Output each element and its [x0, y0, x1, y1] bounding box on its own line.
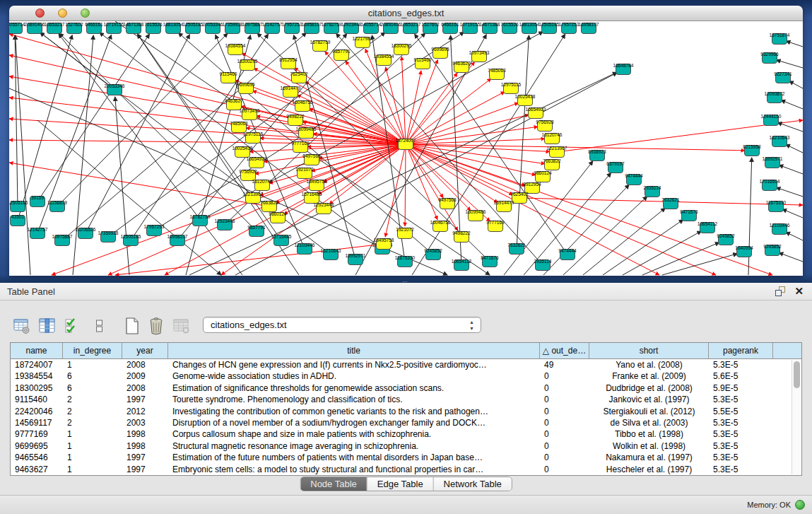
table-cell[interactable]: 0	[540, 464, 589, 475]
table-cell[interactable]: 2	[63, 406, 122, 417]
table-cell[interactable]: 9115460	[11, 394, 63, 405]
network-edge[interactable]	[786, 232, 803, 240]
table-cell[interactable]: Yano et al. (2008)	[589, 359, 709, 370]
network-edge[interactable]	[776, 187, 803, 197]
network-edge[interactable]	[517, 35, 529, 249]
table-cell[interactable]: 19384554	[11, 370, 63, 382]
table-row[interactable]: 911546021997Tourette syndrome. Phenomeno…	[11, 394, 791, 405]
network-edge[interactable]	[777, 122, 803, 132]
table-cell[interactable]: Estimation of the future numbers of pati…	[168, 452, 540, 463]
network-edge[interactable]	[779, 252, 803, 262]
table-row[interactable]: 1830029562008Estimation of significance …	[11, 382, 791, 394]
table-cell[interactable]: 5.3E-5	[709, 359, 773, 370]
table-row[interactable]: 1938455462009Genome-wide association stu…	[11, 370, 791, 382]
table-cell[interactable]: 1	[63, 464, 122, 475]
table-cell[interactable]: Wolkin et al. (1998)	[589, 440, 709, 452]
new-table-icon[interactable]	[122, 315, 143, 337]
column-select-icon[interactable]	[37, 315, 58, 337]
network-window-titlebar[interactable]: citations_edges.txt	[9, 6, 803, 21]
memory-status-icon[interactable]	[795, 500, 805, 510]
network-edge[interactable]	[37, 34, 149, 201]
table-cell[interactable]: Corpus callosum shape and size in male p…	[168, 428, 540, 440]
table-cell[interactable]: 2003	[122, 417, 168, 428]
table-cell[interactable]: 9699695	[11, 440, 63, 452]
table-row[interactable]: 946362711997Embryonic stem cells: a mode…	[11, 464, 791, 475]
close-panel-icon[interactable]: ✕	[794, 285, 804, 298]
column-header-0[interactable]: name	[11, 343, 63, 358]
table-cell[interactable]: Hescheler et al. (1997)	[589, 464, 709, 475]
table-cell[interactable]: 2012	[122, 406, 168, 417]
table-cell[interactable]: Tibbo et al. (1998)	[589, 428, 709, 440]
table-cell[interactable]: 0	[540, 417, 589, 428]
network-edge[interactable]	[15, 35, 18, 206]
table-cell[interactable]: 49	[540, 359, 589, 370]
network-edge[interactable]	[786, 144, 803, 153]
column-header-4[interactable]: △ out_de…	[540, 343, 589, 358]
table-row[interactable]: 1872400712008Changes of HCN gene express…	[11, 359, 791, 370]
network-edge[interactable]	[779, 165, 803, 174]
table-cell[interactable]: 5.3E-5	[709, 464, 773, 475]
table-cell[interactable]: 9465546	[11, 452, 63, 463]
table-cell[interactable]: 2009	[122, 370, 168, 382]
table-row[interactable]: 969969511998Structural magnetic resonanc…	[11, 440, 791, 452]
network-edge[interactable]	[786, 41, 803, 47]
network-edge[interactable]	[40, 33, 114, 90]
table-cell[interactable]: 5.3E-5	[709, 394, 773, 405]
network-edge[interactable]	[259, 144, 406, 196]
network-edge[interactable]	[406, 144, 458, 230]
table-scrollbar-thumb[interactable]	[794, 361, 800, 388]
table-cell[interactable]: 0	[540, 428, 589, 440]
table-row[interactable]: 1456911722003Disruption of a novel membe…	[11, 417, 791, 428]
table-cell[interactable]: 0	[540, 394, 589, 405]
table-cell[interactable]: 5.6E-5	[709, 370, 773, 382]
table-cell[interactable]: Structural magnetic resonance image aver…	[168, 440, 540, 452]
table-cell[interactable]: 1	[63, 440, 122, 452]
table-cell[interactable]: de Silva et al. (2003)	[589, 417, 709, 428]
column-header-1[interactable]: in_degree	[63, 343, 122, 358]
table-cell[interactable]: 9777169	[11, 428, 63, 440]
table-cell[interactable]: Nakamura et al. (1997)	[589, 452, 709, 463]
column-header-5[interactable]: short	[589, 343, 709, 358]
column-header-3[interactable]: title	[168, 343, 540, 358]
network-edge[interactable]	[254, 68, 406, 144]
table-cell[interactable]: 2008	[122, 382, 168, 394]
table-cell[interactable]: 6	[63, 370, 122, 382]
table-cell[interactable]: 0	[540, 370, 589, 382]
table-cell[interactable]: 5.3E-5	[709, 428, 773, 440]
table-cell[interactable]: 22420046	[11, 406, 63, 417]
table-cell[interactable]: 9463627	[11, 464, 63, 475]
table-row[interactable]: 946554611997Estimation of the future num…	[11, 452, 791, 463]
network-edge[interactable]	[781, 100, 803, 109]
table-cell[interactable]: 1997	[122, 452, 168, 463]
network-edge[interactable]	[9, 55, 406, 144]
table-cell[interactable]: 1	[63, 452, 122, 463]
table-cell[interactable]: Stergiakouli et al. (2012)	[589, 406, 709, 417]
network-edge[interactable]	[115, 244, 384, 275]
select-rows-icon[interactable]	[62, 315, 83, 337]
table-cell[interactable]: 1997	[122, 394, 168, 405]
table-cell[interactable]: 1998	[122, 440, 168, 452]
table-cell[interactable]: Tourette syndrome. Phenomenology and cla…	[168, 394, 540, 405]
table-cell[interactable]: 5.3E-5	[709, 452, 773, 463]
network-edge[interactable]	[563, 197, 647, 275]
table-cell[interactable]: 1998	[122, 428, 168, 440]
table-cell[interactable]: Investigating the contribution of common…	[168, 406, 540, 417]
network-edge[interactable]	[86, 35, 189, 233]
table-cell[interactable]: 2	[63, 394, 122, 405]
column-header-2[interactable]: year	[122, 343, 168, 358]
table-cell[interactable]: 0	[540, 406, 589, 417]
network-edge[interactable]	[782, 209, 803, 218]
network-canvas[interactable]: 1872400714055714208914061065323715276026…	[9, 21, 803, 276]
tab-network-table[interactable]: Network Table	[434, 477, 512, 491]
network-edge[interactable]	[16, 35, 30, 275]
network-edge[interactable]	[777, 60, 803, 68]
delete-icon[interactable]	[146, 315, 167, 337]
table-cell[interactable]: 0	[540, 440, 589, 452]
table-cell[interactable]: 0	[540, 382, 589, 394]
network-edge[interactable]	[748, 158, 752, 275]
table-cell[interactable]: 2	[63, 417, 122, 428]
network-edge[interactable]	[642, 243, 719, 275]
table-cell[interactable]: Changes of HCN gene expression and I(f) …	[168, 359, 540, 370]
table-cell[interactable]: 5.9E-5	[709, 382, 773, 394]
table-row[interactable]: 2242004622012Investigating the contribut…	[11, 406, 791, 417]
